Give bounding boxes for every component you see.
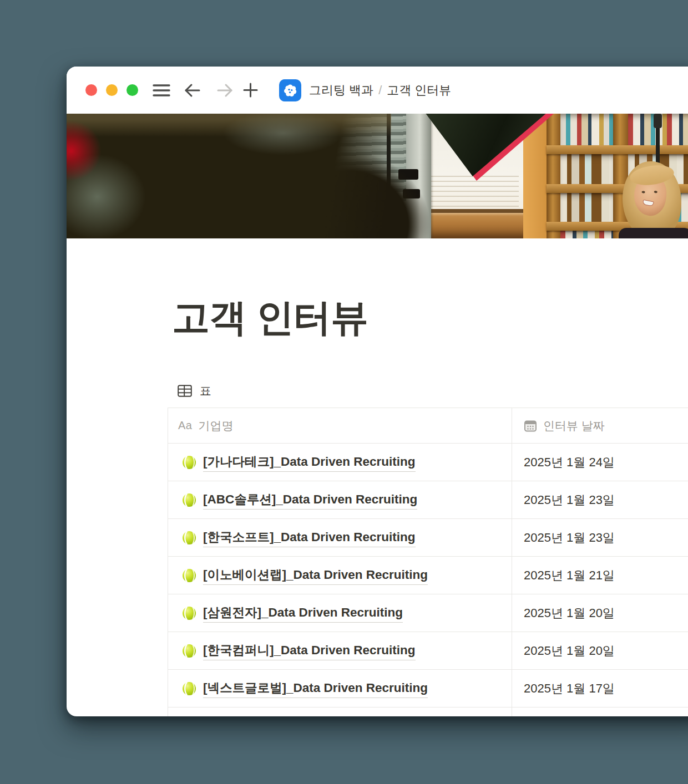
bookshelf-board	[547, 145, 688, 154]
company-cell[interactable]: [한국컴퍼니]_Data Driven Recruiting	[168, 632, 512, 669]
interview-date-cell[interactable]: 2025년 1월 21일	[512, 557, 688, 594]
hamburger-icon	[153, 83, 170, 98]
interview-date-cell[interactable]: 2025년 1월 23일	[512, 481, 688, 518]
text-property-icon: Aa	[178, 419, 192, 432]
column-label: 기업명	[198, 418, 233, 434]
forward-button[interactable]	[216, 83, 233, 98]
company-cell[interactable]: [ABC솔루션]_Data Driven Recruiting	[168, 481, 512, 518]
sidebar-menu-button[interactable]	[153, 83, 170, 98]
minimize-button[interactable]	[106, 84, 118, 96]
breadcrumb: 그리팅 백과 / 고객 인터뷰	[309, 82, 451, 99]
company-cell[interactable]: [이노베이션랩]_Data Driven Recruiting	[168, 557, 512, 594]
tennis-ball-icon	[182, 455, 196, 470]
bookshelf-post	[547, 114, 560, 238]
tennis-ball-icon	[182, 606, 196, 620]
app-window: 그리팅 백과 / 고객 인터뷰	[67, 67, 688, 716]
tennis-ball-icon	[182, 493, 196, 507]
table-row: [한국컴퍼니]_Data Driven Recruiting 2025년 1월 …	[168, 632, 688, 670]
bookshelf-books	[560, 114, 613, 145]
cover-image	[67, 114, 688, 238]
calendar-icon	[524, 419, 537, 432]
company-page-link[interactable]: [한국컴퍼니]_Data Driven Recruiting	[203, 642, 416, 660]
page-content: 고객 인터뷰 표	[67, 238, 688, 399]
arrow-left-icon	[184, 83, 201, 98]
company-page-link[interactable]: [이노베이션랩]_Data Driven Recruiting	[203, 566, 428, 585]
bookshelf-books	[560, 231, 613, 238]
woman-shoulders	[619, 228, 688, 238]
new-page-button[interactable]	[243, 83, 258, 98]
view-tab-label: 표	[200, 383, 211, 399]
company-page-link[interactable]: [넥스트글로벌]_Data Driven Recruiting	[203, 679, 428, 698]
table-view-icon	[178, 385, 192, 397]
arrow-right-icon	[216, 83, 233, 98]
table-row: [한국소프트]_Data Driven Recruiting 2025년 1월 …	[168, 519, 688, 557]
dark-foreground-blur	[67, 114, 391, 238]
company-cell[interactable]: [넥스트글로벌]_Data Driven Recruiting	[168, 670, 512, 707]
interview-date-cell[interactable]: 2025년 1월 20일	[512, 594, 688, 632]
column-label: 인터뷰 날짜	[543, 418, 605, 434]
interview-date-cell[interactable]: 2025년 1월 17일	[512, 670, 688, 707]
company-page-link[interactable]: [가나다테크]_Data Driven Recruiting	[203, 453, 416, 472]
interview-date-cell[interactable]: 2025년 1월 23일	[512, 519, 688, 556]
table-row: [가나다테크]_Data Driven Recruiting 2025년 1월 …	[168, 444, 688, 481]
bookshelf-post	[613, 114, 628, 238]
table-body: [가나다테크]_Data Driven Recruiting 2025년 1월 …	[168, 444, 688, 716]
table-row-empty[interactable]	[168, 707, 688, 716]
table-row: [이노베이션랩]_Data Driven Recruiting 2025년 1월…	[168, 557, 688, 594]
tennis-ball-icon	[182, 681, 196, 696]
company-page-link[interactable]: [삼원전자]_Data Driven Recruiting	[203, 604, 403, 623]
breadcrumb-workspace[interactable]: 그리팅 백과	[309, 82, 373, 99]
company-page-link[interactable]: [한국소프트]_Data Driven Recruiting	[203, 528, 416, 547]
tennis-ball-icon	[182, 644, 196, 658]
company-cell[interactable]: [가나다테크]_Data Driven Recruiting	[168, 444, 512, 481]
interview-date-cell[interactable]: 2025년 1월 20일	[512, 632, 688, 669]
column-header-company[interactable]: Aa 기업명	[168, 408, 512, 443]
back-button[interactable]	[184, 83, 201, 98]
breadcrumb-page[interactable]: 고객 인터뷰	[387, 82, 451, 99]
plus-icon	[243, 83, 258, 98]
bookshelf-books	[560, 154, 613, 184]
column-header-date[interactable]: 인터뷰 날짜	[512, 408, 688, 443]
close-button[interactable]	[85, 84, 97, 96]
tennis-ball-icon	[182, 531, 196, 545]
table-header-row: Aa 기업명 인터뷰 날짜	[168, 408, 688, 444]
company-page-link[interactable]: [ABC솔루션]_Data Driven Recruiting	[203, 491, 417, 510]
page-title: 고객 인터뷰	[172, 293, 688, 343]
traffic-lights	[85, 84, 138, 96]
tennis-ball-icon	[182, 568, 196, 583]
interview-table: Aa 기업명 인터뷰 날짜	[168, 408, 688, 716]
company-cell[interactable]: [삼원전자]_Data Driven Recruiting	[168, 594, 512, 632]
zoom-button[interactable]	[127, 84, 138, 96]
company-cell[interactable]: [한국소프트]_Data Driven Recruiting	[168, 519, 512, 556]
table-row: [삼원전자]_Data Driven Recruiting 2025년 1월 2…	[168, 594, 688, 632]
greeting-app-icon[interactable]	[279, 79, 301, 101]
table-row: [넥스트글로벌]_Data Driven Recruiting 2025년 1월…	[168, 670, 688, 707]
bookshelf-books	[560, 193, 613, 222]
interview-date-cell[interactable]: 2025년 1월 24일	[512, 444, 688, 481]
window-titlebar: 그리팅 백과 / 고객 인터뷰	[67, 67, 688, 114]
table-row: [ABC솔루션]_Data Driven Recruiting 2025년 1월…	[168, 481, 688, 519]
breadcrumb-separator: /	[378, 83, 382, 98]
view-tab-table[interactable]: 표	[178, 383, 211, 399]
cloud-logo-icon	[282, 82, 299, 99]
